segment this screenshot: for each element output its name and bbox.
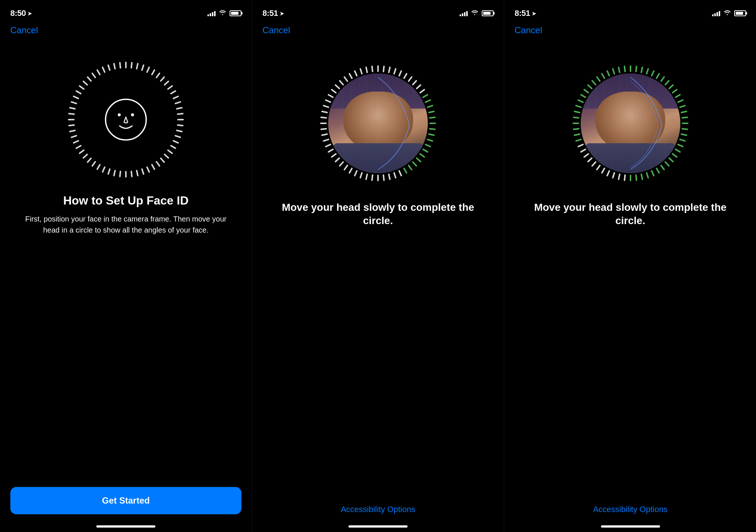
cancel-button-1[interactable]: Cancel (0, 22, 252, 38)
text-content-3: Move your head slowly to complete the ci… (504, 186, 756, 228)
home-indicator-1 (96, 525, 155, 528)
wifi-icon-3 (723, 10, 731, 17)
status-bar-2: 8:51 ➤ (252, 0, 504, 22)
text-content-2: Move your head slowly to complete the ci… (252, 186, 504, 228)
status-time-3: 8:51 (515, 8, 530, 18)
wifi-icon-2 (471, 10, 479, 17)
ring-canvas-1 (63, 57, 189, 182)
ring-canvas-2 (315, 61, 441, 186)
accessibility-link-3[interactable]: Accessibility Options (593, 505, 668, 514)
battery-icon-2 (482, 10, 494, 16)
home-indicator-3 (601, 525, 660, 528)
battery-icon-1 (230, 10, 241, 16)
location-icon-1: ➤ (27, 10, 32, 17)
status-icons-1 (207, 10, 241, 17)
ring-canvas-3 (568, 61, 693, 186)
face-id-area-1: How to Set Up Face ID First, position yo… (0, 38, 252, 532)
signal-icon-1 (207, 10, 216, 16)
ring-container-1 (63, 57, 189, 182)
location-icon-3: ➤ (532, 10, 536, 17)
face-id-area-3: Move your head slowly to complete the ci… (504, 38, 756, 532)
home-indicator-2 (348, 525, 408, 528)
signal-icon-3 (712, 10, 720, 16)
screen-1: 8:50 ➤ Cancel (0, 0, 252, 532)
cancel-button-2[interactable]: Cancel (252, 22, 504, 38)
status-time-2: 8:51 (262, 8, 278, 18)
main-title-1: How to Set Up Face ID (63, 193, 189, 207)
face-id-area-2: Move your head slowly to complete the ci… (252, 38, 504, 532)
ring-container-2 (315, 61, 441, 186)
cancel-button-3[interactable]: Cancel (504, 22, 756, 38)
screen-2: 8:51 ➤ Cancel (252, 0, 504, 532)
instruction-text-3: Move your head slowly to complete the ci… (526, 201, 734, 228)
status-icons-3 (712, 10, 746, 17)
status-icons-2 (460, 10, 494, 17)
text-content-1: How to Set Up Face ID First, position yo… (0, 182, 252, 236)
status-bar-3: 8:51 ➤ (504, 0, 756, 22)
location-icon-2: ➤ (279, 10, 284, 17)
get-started-button[interactable]: Get Started (10, 487, 241, 514)
status-time-1: 8:50 (10, 8, 26, 18)
screen-3: 8:51 ➤ Cancel (504, 0, 756, 532)
battery-icon-3 (734, 10, 746, 16)
status-bar-1: 8:50 ➤ (0, 0, 252, 22)
sub-text-1: First, position your face in the camera … (22, 213, 230, 236)
ring-container-3 (568, 61, 693, 186)
instruction-text-2: Move your head slowly to complete the ci… (274, 201, 482, 228)
wifi-icon-1 (219, 10, 227, 17)
signal-icon-2 (460, 10, 468, 16)
accessibility-link-2[interactable]: Accessibility Options (341, 505, 415, 514)
